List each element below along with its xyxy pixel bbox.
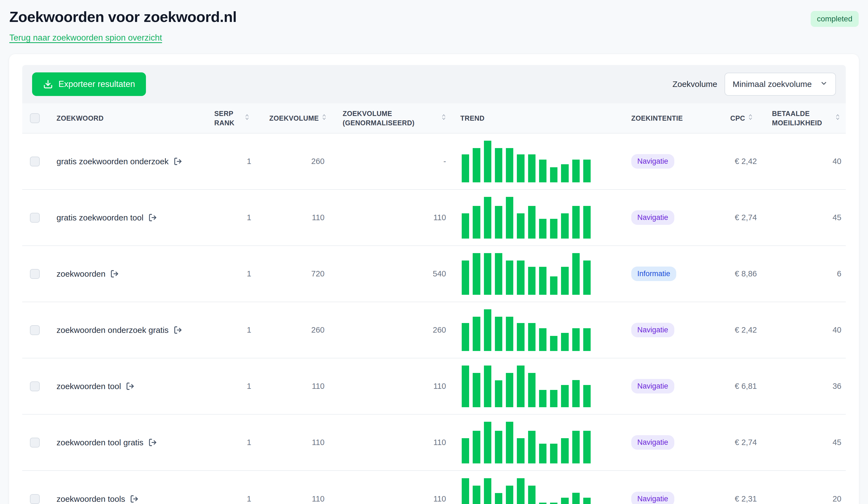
trend-bar xyxy=(484,197,491,239)
external-link-icon[interactable] xyxy=(126,382,134,390)
trend-bar xyxy=(517,438,524,463)
trend-bar xyxy=(583,261,591,295)
external-link-icon[interactable] xyxy=(174,157,182,166)
trend-bar xyxy=(506,197,513,239)
trend-bar xyxy=(561,333,568,351)
trend-bar xyxy=(550,336,557,351)
trend-bar xyxy=(539,444,547,463)
row-checkbox[interactable] xyxy=(30,325,40,335)
external-link-icon[interactable] xyxy=(148,213,157,222)
trend-bar xyxy=(528,154,536,182)
trend-bar xyxy=(462,478,469,504)
sort-arrows-icon[interactable] xyxy=(322,114,326,123)
row-checkbox[interactable] xyxy=(30,381,40,391)
trend-bar xyxy=(583,385,591,407)
volume-filter-select[interactable]: Minimaal zoekvolume xyxy=(724,73,836,96)
sort-arrows-icon[interactable] xyxy=(748,114,753,123)
trend-bar xyxy=(550,444,557,463)
trend-bar xyxy=(561,438,568,463)
trend-bar xyxy=(473,373,480,407)
cpc-value: € 2,74 xyxy=(714,190,760,245)
back-link[interactable]: Terug naar zoekwoorden spion overzicht xyxy=(9,33,162,43)
volume-value: 110 xyxy=(256,190,327,245)
trend-bar xyxy=(473,431,480,463)
normalized-volume-value: 260 xyxy=(327,302,447,358)
trend-bar xyxy=(517,478,524,504)
trend-bar xyxy=(550,276,557,295)
external-link-icon[interactable] xyxy=(130,495,138,503)
normalized-volume-value: 110 xyxy=(327,358,447,414)
trend-bar xyxy=(484,366,491,407)
normalized-volume-value: 110 xyxy=(327,190,447,245)
chevron-down-icon xyxy=(820,80,828,89)
trend-bar xyxy=(550,219,557,238)
serp-rank-value: 1 xyxy=(209,246,256,302)
trend-bar xyxy=(473,206,480,239)
header-serp-rank: SERP RANK xyxy=(214,109,242,127)
external-link-icon[interactable] xyxy=(148,438,157,447)
external-link-icon[interactable] xyxy=(174,326,182,334)
row-checkbox[interactable] xyxy=(30,438,40,448)
trend-bar xyxy=(495,493,502,504)
trend-bar xyxy=(462,366,469,407)
trend-bar xyxy=(462,213,469,238)
header-cpc: CPC xyxy=(730,114,745,123)
table-body: gratis zoekwoorden onderzoek 1 260 - Nav… xyxy=(22,134,846,504)
select-all-checkbox[interactable] xyxy=(30,113,40,123)
trend-bar xyxy=(583,498,591,504)
serp-rank-value: 1 xyxy=(209,134,256,189)
sort-arrows-icon[interactable] xyxy=(836,114,840,123)
serp-rank-value: 1 xyxy=(209,414,256,470)
serp-rank-value: 1 xyxy=(209,302,256,358)
header-paid-difficulty: BETAALDE MOEILIJKHEID xyxy=(772,109,826,127)
export-results-button[interactable]: Exporteer resultaten xyxy=(32,72,146,96)
row-checkbox[interactable] xyxy=(30,157,40,166)
trend-bar xyxy=(583,431,591,463)
header-trend: TREND xyxy=(460,114,485,123)
trend-bar xyxy=(517,154,524,182)
difficulty-value: 20 xyxy=(760,471,846,504)
trend-bar xyxy=(495,380,502,407)
trend-bar xyxy=(583,328,591,351)
difficulty-value: 40 xyxy=(760,302,846,358)
keyword-text: zoekwoorden tool xyxy=(56,382,121,391)
trend-bar xyxy=(561,498,568,504)
results-card: Exporteer resultaten Zoekvolume Minimaal… xyxy=(9,54,859,504)
trend-bar xyxy=(528,373,536,407)
keyword-text: zoekwoorden tool gratis xyxy=(56,438,144,447)
external-link-icon[interactable] xyxy=(110,270,119,278)
volume-filter-value: Minimaal zoekvolume xyxy=(733,80,812,89)
volume-value: 110 xyxy=(256,414,327,470)
row-checkbox[interactable] xyxy=(30,213,40,223)
table-row: gratis zoekwoorden onderzoek 1 260 - Nav… xyxy=(22,134,846,190)
keyword-text: zoekwoorden tools xyxy=(56,494,125,504)
sort-arrows-icon[interactable] xyxy=(245,114,249,123)
volume-filter-group: Zoekvolume Minimaal zoekvolume xyxy=(672,73,836,96)
page-title: Zoekwoorden voor zoekwoord.nl xyxy=(9,8,859,25)
difficulty-value: 40 xyxy=(760,134,846,189)
sort-arrows-icon[interactable] xyxy=(442,114,446,123)
export-button-label: Exporteer resultaten xyxy=(59,79,135,89)
trend-bar xyxy=(550,167,557,182)
trend-bar xyxy=(539,328,547,351)
trend-bar xyxy=(539,267,547,295)
difficulty-value: 6 xyxy=(760,246,846,302)
table-row: zoekwoorden tools 1 110 110 Navigatie € … xyxy=(22,471,846,504)
trend-bar xyxy=(473,317,480,351)
trend-bar xyxy=(550,390,557,407)
row-checkbox[interactable] xyxy=(30,494,40,504)
volume-value: 110 xyxy=(256,358,327,414)
cpc-value: € 2,42 xyxy=(714,302,760,358)
trend-bar xyxy=(561,267,568,295)
row-checkbox[interactable] xyxy=(30,269,40,279)
trend-chart xyxy=(462,366,591,407)
trend-chart xyxy=(462,197,591,239)
trend-bar xyxy=(583,160,591,182)
normalized-volume-value: 110 xyxy=(327,471,447,504)
trend-bar xyxy=(561,385,568,407)
keyword-text: zoekwoorden onderzoek gratis xyxy=(56,325,169,335)
trend-bar xyxy=(495,431,502,463)
trend-bar xyxy=(462,323,469,351)
trend-bar xyxy=(506,486,513,504)
trend-bar xyxy=(506,261,513,295)
